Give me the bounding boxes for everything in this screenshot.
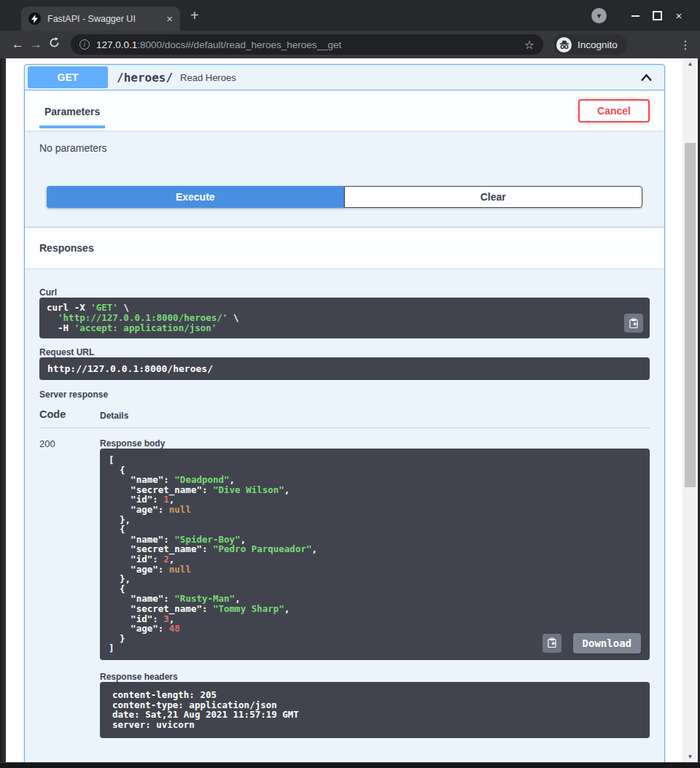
maximize-button[interactable] [646,9,668,23]
execute-wrapper: Execute Clear [25,186,664,227]
incognito-badge: Incognito [553,34,627,55]
scroll-up-arrow-icon[interactable]: ▲ [682,58,698,69]
page-scrollbar[interactable]: ▲ ▼ [682,58,698,762]
browser-tab[interactable]: FastAPI - Swagger UI × [21,7,180,31]
url-host: 127.0.0.1 [96,39,137,50]
response-row: 200 Response body [ { "name": "Deadpond"… [39,438,650,738]
parameters-header: Parameters Cancel [25,90,664,131]
clear-button[interactable]: Clear [344,186,643,208]
address-bar[interactable]: i 127.0.0.1:8000/docs#/default/read_hero… [71,34,543,55]
curl-label: Curl [39,287,650,298]
reload-icon[interactable] [45,37,63,52]
incognito-icon [556,37,572,53]
browser-toolbar: ← → i 127.0.0.1:8000/docs#/default/read_… [0,31,700,58]
window-frame-left [0,58,6,762]
endpoint-path: /heroes/ [117,71,173,85]
incognito-label: Incognito [578,39,618,50]
url-path: :8000/docs#/default/read_heroes_heroes__… [137,39,341,50]
url-text: 127.0.0.1:8000/docs#/default/read_heroes… [96,39,518,50]
tab-search-button[interactable]: ▼ [591,8,607,23]
scrollbar-thumb[interactable] [685,143,696,487]
new-tab-button[interactable]: + [190,8,199,23]
page-info-icon[interactable]: i [79,39,90,50]
code-column-header: Code [39,408,100,421]
response-body-label: Response body [100,438,650,449]
tab-title: FastAPI - Swagger UI [47,14,160,24]
fastapi-favicon-icon [28,12,41,25]
scroll-down-arrow-icon[interactable]: ▼ [682,751,698,762]
curl-copy-button[interactable] [624,314,643,333]
response-headers-label: Response headers [100,672,650,682]
forward-icon[interactable]: → [27,37,45,52]
response-body-block: [ { "name": "Deadpond", "secret_name": "… [100,449,650,660]
execute-button[interactable]: Execute [47,186,344,208]
responses-header: Responses [25,227,664,268]
request-url-value: http://127.0.0.1:8000/heroes/ [39,357,650,380]
server-response-label: Server response [39,389,650,400]
close-button[interactable]: × [668,9,690,23]
back-icon[interactable]: ← [9,37,27,52]
tab-parameters[interactable]: Parameters [39,90,105,131]
curl-code: curl -X 'GET' \ 'http://127.0.0.1:8000/h… [39,298,650,338]
endpoint-summary: Read Heroes [180,72,236,83]
responses-body: Curl curl -X 'GET' \ 'http://127.0.0.1:8… [25,268,664,760]
cancel-button[interactable]: Cancel [578,99,650,123]
browser-menu-icon[interactable]: ⋮ [680,38,691,52]
download-button[interactable]: Download [573,633,641,653]
responses-title: Responses [39,242,94,254]
window-frame-bottom [0,762,700,768]
response-copy-button[interactable] [542,634,561,653]
parameters-body: No parameters [25,131,664,186]
collapse-chevron-icon[interactable] [640,74,653,82]
status-code: 200 [39,438,100,738]
details-column-header: Details [100,408,128,421]
parameters-tab-label: Parameters [39,106,105,128]
server-response-table: Code Details 200 Response body [ { "name… [39,408,650,738]
opblock-get-heroes: GET /heroes/ Read Heroes Parameters Canc… [24,64,665,762]
request-url-label: Request URL [39,347,650,357]
tab-close-icon[interactable]: × [166,13,173,24]
browser-tab-bar: FastAPI - Swagger UI × + ▼ × [0,0,700,31]
no-parameters-text: No parameters [39,142,107,154]
response-headers-code: content-length: 205 content-type: applic… [100,682,650,738]
minimize-button[interactable] [624,9,646,23]
response-body-code: [ { "name": "Deadpond", "secret_name": "… [109,454,317,653]
http-method-badge: GET [28,66,108,88]
opblock-summary[interactable]: GET /heroes/ Read Heroes [25,65,664,90]
bookmark-star-icon[interactable]: ☆ [524,38,534,52]
swagger-page: GET /heroes/ Read Heroes Parameters Canc… [6,58,682,762]
response-table-header: Code Details [39,408,650,428]
